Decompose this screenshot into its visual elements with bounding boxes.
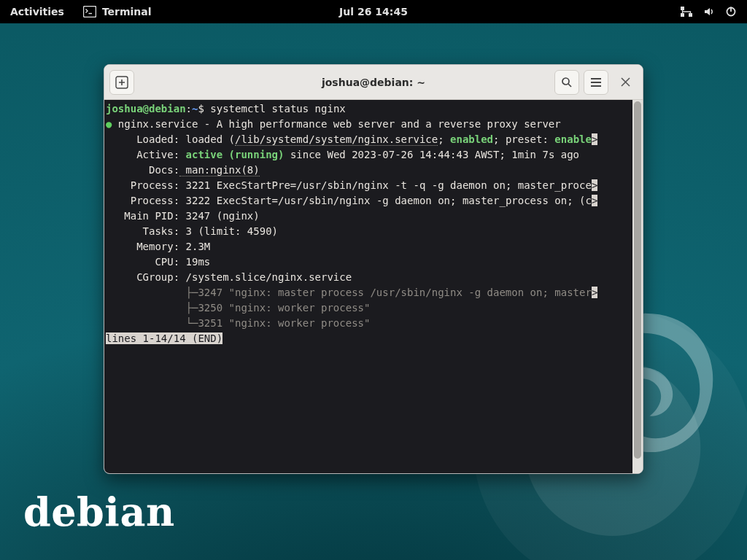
pager-status: lines 1-14/14 (END) xyxy=(106,332,222,344)
terminal-icon xyxy=(83,6,96,18)
gnome-top-bar: Activities Terminal Jul 26 14:45 xyxy=(0,0,747,23)
svg-rect-3 xyxy=(681,13,684,17)
svg-rect-2 xyxy=(681,7,684,10)
active-app-indicator[interactable]: Terminal xyxy=(83,6,152,18)
process1-value: 3221 ExecStartPre=/usr/sbin/nginx -t -q … xyxy=(179,179,592,191)
prompt-dollar: $ xyxy=(198,103,210,114)
volume-icon xyxy=(703,6,715,18)
process2-key: Process: xyxy=(106,195,179,206)
plus-tab-icon xyxy=(115,76,128,89)
preset-state: enable xyxy=(554,133,592,145)
active-app-name: Terminal xyxy=(102,6,152,18)
hamburger-icon xyxy=(590,77,602,88)
debian-wordmark: debian xyxy=(23,489,175,535)
service-description: nginx.service - A high performance web s… xyxy=(118,118,561,130)
docs-key: Docs: xyxy=(106,164,179,176)
status-bullet: ● xyxy=(106,118,118,130)
power-icon xyxy=(725,6,737,18)
cgroup-value: /system.slice/nginx.service xyxy=(179,271,352,283)
enabled-state: enabled xyxy=(450,133,493,145)
cpu-key: CPU: xyxy=(106,256,179,268)
truncation-marker: > xyxy=(592,195,597,206)
close-button[interactable] xyxy=(613,70,638,95)
truncation-marker: > xyxy=(592,179,597,191)
tasks-key: Tasks: xyxy=(106,225,179,237)
cpu-value: 19ms xyxy=(179,256,210,268)
mainpid-key: Main PID: xyxy=(106,210,179,222)
loaded-key: Loaded: xyxy=(106,133,179,145)
prompt-user: joshua@debian xyxy=(106,103,186,114)
svg-rect-4 xyxy=(689,13,692,17)
active-state: active (running) xyxy=(179,149,284,160)
activities-button[interactable]: Activities xyxy=(10,6,64,18)
clock[interactable]: Jul 26 14:45 xyxy=(339,6,408,18)
memory-value: 2.3M xyxy=(179,241,210,252)
cgroup-tree-1: ├─3247 "nginx: master process /usr/sbin/… xyxy=(106,287,592,298)
unit-file-path: /lib/systemd/system/nginx.service xyxy=(235,133,438,146)
process1-key: Process: xyxy=(106,179,179,191)
loaded-pre: loaded ( xyxy=(179,133,235,145)
loaded-sep2: ; preset: xyxy=(493,133,554,145)
svg-rect-0 xyxy=(83,7,96,18)
window-title: joshua@debian: ~ xyxy=(322,77,425,88)
close-icon xyxy=(621,77,630,87)
loaded-sep1: ; xyxy=(438,133,450,145)
active-key: Active: xyxy=(106,149,179,160)
window-titlebar: joshua@debian: ~ xyxy=(104,65,643,100)
menu-button[interactable] xyxy=(584,70,608,95)
mainpid-value: 3247 (nginx) xyxy=(179,210,260,222)
system-tray[interactable] xyxy=(680,6,747,18)
svg-point-10 xyxy=(562,78,569,85)
search-button[interactable] xyxy=(554,70,579,95)
typed-command: systemctl status nginx xyxy=(210,103,345,114)
cgroup-key: CGroup: xyxy=(106,271,179,283)
new-tab-button[interactable] xyxy=(109,70,134,95)
search-icon xyxy=(561,77,573,88)
network-icon xyxy=(680,6,693,18)
terminal-output[interactable]: joshua@debian:~$ systemctl status nginx●… xyxy=(104,100,632,473)
cgroup-tree-3: └─3251 "nginx: worker process" xyxy=(106,317,370,329)
scrollbar-thumb[interactable] xyxy=(634,101,641,459)
docs-value: man:nginx(8) xyxy=(179,164,260,176)
truncation-marker: > xyxy=(592,133,597,145)
terminal-scrollbar[interactable] xyxy=(632,100,643,473)
memory-key: Memory: xyxy=(106,241,179,252)
tasks-value: 3 (limit: 4590) xyxy=(179,225,278,237)
svg-line-11 xyxy=(568,84,571,87)
truncation-marker: > xyxy=(592,287,597,298)
active-since: since Wed 2023-07-26 14:44:43 AWST; 1min… xyxy=(284,149,579,160)
process2-value: 3222 ExecStart=/usr/sbin/nginx -g daemon… xyxy=(179,195,592,206)
terminal-window: joshua@debian: ~ joshua@debian:~$ system… xyxy=(104,64,643,474)
cgroup-tree-2: ├─3250 "nginx: worker process" xyxy=(106,302,370,314)
prompt-sep: : xyxy=(186,103,192,114)
